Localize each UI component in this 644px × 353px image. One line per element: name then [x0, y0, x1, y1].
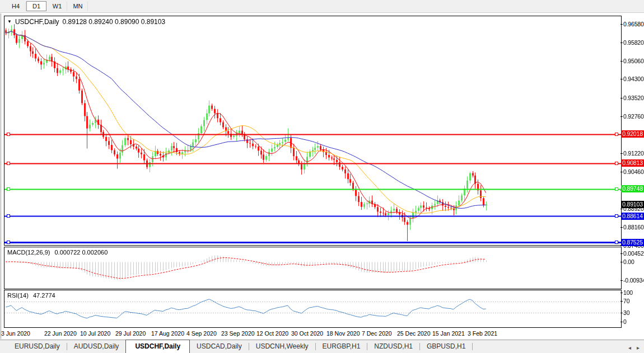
hline-price-badge: 0.87525 [621, 239, 644, 246]
price-tick-label: 0.94300 [623, 76, 644, 82]
date-tick-label: 22 Jun 2020 [44, 330, 77, 337]
timeframe-button-w1[interactable]: W1 [47, 1, 67, 11]
date-axis: 3 Jun 202022 Jun 202010 Jul 202029 Jul 2… [0, 329, 644, 338]
chart-title[interactable]: ▼ USDCHF,Daily 0.89128 0.89240 0.89090 0… [7, 18, 165, 26]
date-tick-label: 7 Dec 2020 [362, 330, 392, 337]
tab-scroll-right-icon[interactable]: ▸ [637, 345, 640, 351]
rsi-indicator-value: 47.2774 [33, 292, 55, 299]
date-tick-label: 25 Dec 2020 [397, 330, 431, 337]
hline-price-badge: 0.88614 [621, 213, 644, 220]
chart-tab-usdcad[interactable]: USDCAD,Daily [190, 340, 249, 353]
window-frame-left [1, 13, 1, 339]
date-tick-label: 3 Feb 2021 [468, 330, 497, 337]
hline-price-badge: 0.92018 [621, 130, 644, 138]
rsi-axis-label: 100 [623, 289, 633, 296]
date-tick-label: 18 Nov 2020 [326, 330, 360, 337]
timeframe-button-mn[interactable]: MN [68, 1, 88, 11]
hline-price-badge: 0.89748 [621, 185, 644, 192]
timeframe-toolbar: H4D1W1MN [0, 0, 644, 13]
hline-price-badge: 0.90813 [621, 159, 644, 167]
price-chart-canvas[interactable] [4, 16, 621, 245]
chart-tab-eurgbp[interactable]: EURGBP,H1 [316, 340, 367, 353]
price-tick-label: 0.95060 [623, 58, 644, 64]
price-tick-label: 0.88160 [623, 224, 644, 230]
price-chart-panel: ▼ USDCHF,Daily 0.89128 0.89240 0.89090 0… [4, 16, 622, 246]
price-tick-label: 0.90460 [623, 168, 644, 175]
timeframe-button-d1[interactable]: D1 [26, 1, 46, 11]
rsi-title: RSI(14) 47.2774 [7, 292, 55, 299]
rsi-axis-label: 30 [623, 309, 629, 316]
chart-ohlc-values: 0.89128 0.89240 0.89090 0.89103 [63, 18, 166, 26]
macd-axis-label: 0.00 [623, 258, 634, 265]
macd-title: MACD(12,26,9) 0.000722 0.002060 [7, 249, 108, 256]
price-tick-label: 0.93520 [623, 95, 644, 101]
date-tick-label: 17 Aug 2020 [151, 330, 184, 337]
chart-symbol-label: USDCHF,Daily [15, 18, 59, 26]
tab-scroll-left-icon[interactable]: ◂ [628, 345, 631, 351]
date-tick-label: 12 Oct 2020 [256, 330, 288, 337]
rsi-indicator-name: RSI(14) [7, 292, 29, 299]
date-tick-label: 4 Sep 2020 [186, 330, 217, 337]
timeframe-button-h4[interactable]: H4 [6, 1, 26, 11]
date-tick-label: 23 Sep 2020 [221, 330, 255, 337]
price-tick-label: 0.95820 [623, 39, 644, 46]
date-tick-label: 30 Oct 2020 [291, 330, 323, 337]
tab-separator [472, 343, 473, 350]
chart-tab-gbpusd[interactable]: GBPUSD,H1 [420, 340, 472, 353]
macd-indicator-name: MACD(12,26,9) [7, 249, 50, 256]
rsi-axis-label: 70 [623, 298, 629, 304]
macd-axis-label: -0.009348 [623, 277, 644, 284]
chart-tab-usdcnh[interactable]: USDCNH,Weekly [249, 340, 315, 353]
date-tick-label: 3 Jun 2020 [1, 330, 30, 337]
price-tick-label: 0.96580 [623, 21, 644, 27]
date-tick-label: 15 Jan 2021 [432, 330, 465, 337]
price-tick-label: 0.91220 [623, 150, 644, 157]
chart-tab-usdchf[interactable]: USDCHF,Daily [125, 340, 190, 353]
chart-tab-eurusd[interactable]: EURUSD,Daily [8, 340, 67, 353]
macd-axis-label: 0.004527 [623, 250, 644, 257]
current-price-badge: 0.89103 [621, 201, 644, 208]
chart-tab-audusd[interactable]: AUDUSD,Daily [67, 340, 126, 353]
chart-tab-bar: EURUSD,DailyAUDUSD,DailyUSDCHF,DailyUSDC… [0, 340, 644, 353]
rsi-canvas[interactable] [4, 290, 621, 327]
macd-indicator-values: 0.000722 0.002060 [54, 249, 108, 256]
rsi-panel: RSI(14) 47.2774 [4, 290, 622, 328]
date-tick-label: 29 Jul 2020 [115, 330, 146, 337]
rsi-axis-label: 0 [623, 318, 627, 325]
date-tick-label: 10 Jul 2020 [80, 330, 110, 337]
symbol-dropdown-icon[interactable]: ▼ [7, 19, 12, 25]
price-tick-label: 0.92760 [623, 113, 644, 120]
macd-panel: MACD(12,26,9) 0.000722 0.002060 [4, 247, 622, 289]
chart-tab-nzdusd[interactable]: NZDUSD,H1 [367, 340, 419, 353]
